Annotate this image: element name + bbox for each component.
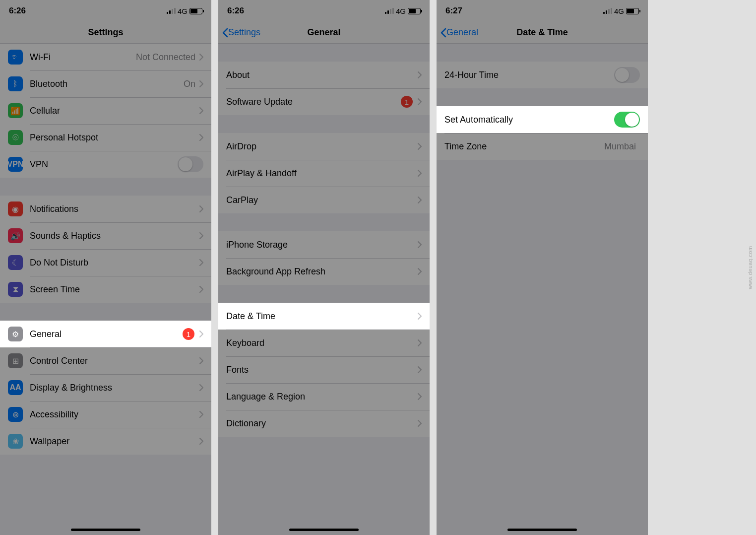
notifications-icon: ◉ [8,201,23,216]
row-label: Wi-Fi [30,52,136,63]
row-label: Keyboard [226,338,418,348]
row-dictionary[interactable]: Dictionary [218,410,430,437]
chevron-right-icon [199,232,203,239]
row-date-time[interactable]: Date & Time [218,303,430,330]
row-controlcenter[interactable]: ⊞ Control Center [0,347,211,374]
battery-icon [626,8,639,14]
row-wallpaper[interactable]: ❀ Wallpaper [0,428,211,455]
status-bar: 6:27 4G [437,0,648,22]
home-indicator[interactable] [71,529,140,531]
back-button[interactable]: General [441,22,478,43]
wifi-icon: ᯤ [8,50,23,65]
row-bluetooth[interactable]: ᛒ Bluetooth On [0,70,211,97]
signal-icon [603,8,612,14]
row-24hour[interactable]: 24-Hour Time [437,62,648,88]
nav-bar: General Date & Time [437,22,648,44]
row-dnd[interactable]: ☾ Do Not Disturb [0,249,211,276]
status-bar: 6:26 4G [0,0,211,22]
row-label: Fonts [226,365,418,375]
row-vpn[interactable]: VPN VPN [0,151,211,178]
row-airdrop[interactable]: AirDrop [218,133,430,160]
row-sounds[interactable]: 🔊 Sounds & Haptics [0,222,211,249]
signal-icon [385,8,394,14]
row-label: Display & Brightness [30,383,199,393]
row-label: Language & Region [226,392,418,402]
row-label: Control Center [30,356,199,366]
screen-settings: 6:26 4G Settings ᯤ Wi-Fi Not Connected ᛒ… [0,0,211,535]
cellular-icon: 📶 [8,103,23,118]
back-button[interactable]: Settings [222,22,260,43]
row-label: Notifications [30,204,199,214]
chevron-right-icon [418,143,422,150]
dnd-icon: ☾ [8,255,23,270]
row-label: Time Zone [444,141,604,152]
row-screentime[interactable]: ⧗ Screen Time [0,276,211,303]
row-notifications[interactable]: ◉ Notifications [0,196,211,222]
row-value: On [184,79,195,89]
row-set-automatically[interactable]: Set Automatically [437,106,648,133]
row-cellular[interactable]: 📶 Cellular [0,97,211,124]
sounds-icon: 🔊 [8,228,23,243]
nav-bar: Settings [0,22,211,44]
battery-icon [408,8,421,14]
row-keyboard[interactable]: Keyboard [218,330,430,356]
24hour-toggle[interactable] [614,67,640,83]
row-accessibility[interactable]: ⊚ Accessibility [0,401,211,428]
status-network: 4G [614,7,624,15]
row-label: CarPlay [226,195,418,205]
row-label: Personal Hotspot [30,133,199,143]
signal-icon [167,8,176,14]
row-fonts[interactable]: Fonts [218,356,430,383]
display-icon: AA [8,380,23,395]
chevron-right-icon [418,71,422,78]
row-language-region[interactable]: Language & Region [218,383,430,410]
vpn-toggle[interactable] [178,156,203,172]
battery-icon [189,8,202,14]
chevron-right-icon [418,197,422,203]
row-label: Accessibility [30,409,199,420]
row-software-update[interactable]: Software Update 1 [218,88,430,115]
update-badge: 1 [401,96,413,108]
chevron-left-icon [441,28,446,38]
nav-title: Date & Time [516,27,568,38]
row-label: Do Not Disturb [30,258,199,268]
row-iphone-storage[interactable]: iPhone Storage [218,231,430,258]
row-about[interactable]: About [218,62,430,88]
control-center-icon: ⊞ [8,353,23,368]
row-timezone[interactable]: Time Zone Mumbai [437,133,648,160]
bluetooth-icon: ᛒ [8,76,23,91]
screentime-icon: ⧗ [8,282,23,297]
home-indicator[interactable] [289,529,359,531]
row-value: Mumbai [604,141,636,152]
row-label: Wallpaper [30,436,199,447]
row-wifi[interactable]: ᯤ Wi-Fi Not Connected [0,44,211,70]
chevron-right-icon [418,98,422,105]
status-network: 4G [178,7,188,15]
status-time: 6:27 [445,6,462,16]
row-label: Date & Time [226,311,418,322]
chevron-right-icon [199,331,203,337]
row-value: Not Connected [136,52,195,63]
row-hotspot[interactable]: ⦾ Personal Hotspot [0,124,211,151]
row-label: VPN [30,159,178,170]
chevron-right-icon [199,205,203,212]
set-automatically-toggle[interactable] [614,112,640,128]
row-label: About [226,70,418,80]
row-background-refresh[interactable]: Background App Refresh [218,258,430,285]
home-indicator[interactable] [507,529,577,531]
chevron-right-icon [418,366,422,373]
row-label: Dictionary [226,418,418,429]
row-label: Software Update [226,97,401,107]
row-carplay[interactable]: CarPlay [218,187,430,213]
row-airplay[interactable]: AirPlay & Handoff [218,160,430,187]
chevron-right-icon [199,54,203,61]
screen-date-time: 6:27 4G General Date & Time 24-Hour Time… [437,0,648,535]
chevron-right-icon [199,286,203,293]
row-general[interactable]: ⚙ General 1 [0,321,211,347]
back-label: General [446,27,478,38]
chevron-right-icon [418,420,422,427]
nav-title: General [307,27,340,38]
chevron-right-icon [199,438,203,445]
row-display[interactable]: AA Display & Brightness [0,374,211,401]
chevron-right-icon [199,134,203,141]
